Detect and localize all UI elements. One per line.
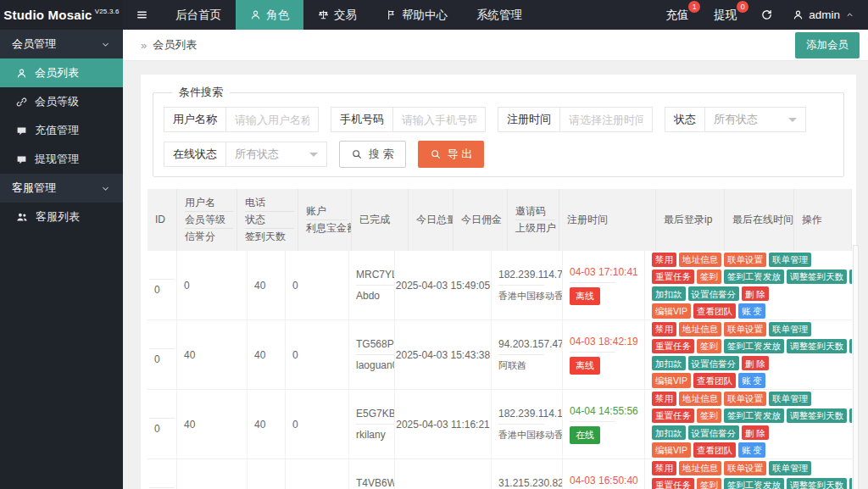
注册时间-input[interactable] [560, 108, 652, 131]
action-地址信息-button[interactable]: 地址信息 [679, 392, 721, 406]
action-调整签到天数-button[interactable]: 调整签到天数 [787, 478, 847, 489]
admin-menu[interactable]: admin [784, 8, 868, 21]
refresh-button[interactable] [749, 8, 784, 21]
action-联单设置-button[interactable]: 联单设置 [724, 253, 766, 267]
action-调整签到天数-button[interactable]: 调整签到天数 [787, 408, 847, 423]
action-签到-button[interactable]: 签到 [697, 270, 721, 284]
recharge-button[interactable]: 充值 1 [653, 0, 701, 30]
action-联单设置-button[interactable]: 联单设置 [724, 322, 766, 336]
action-地址信息-button[interactable]: 地址信息 [679, 461, 721, 475]
column-header-2: 电话状态签到天数 [237, 189, 298, 251]
register-time: 2025-04-03 11:16:21 [396, 419, 490, 431]
sidebar-item-1[interactable]: 会员列表 [0, 58, 123, 87]
nav-item-2[interactable]: 交易 [303, 0, 371, 30]
ip-location: 阿联酋 [498, 359, 562, 372]
hamburger-button[interactable] [123, 0, 161, 30]
action-设置信誉分-button[interactable]: 设置信誉分 [688, 425, 740, 440]
action-地址信息-button[interactable]: 地址信息 [679, 322, 721, 336]
field-label: 状态 [665, 108, 705, 131]
action-账变-button[interactable]: 账 变 [738, 373, 765, 387]
action-删除-button[interactable]: 删 除 [742, 425, 769, 440]
用户名称-input[interactable] [226, 108, 318, 131]
action-设置信誉分-button[interactable]: 设置信誉分 [688, 356, 740, 370]
action-签到-button[interactable]: 签到 [697, 408, 721, 423]
action-编辑VIP-button[interactable]: 编辑VIP [652, 442, 691, 457]
sidebar-item-2[interactable]: 会员等级 [0, 87, 123, 116]
action-line: 加扣款设置信誉分删 除 [652, 425, 852, 440]
nav-item-0[interactable]: 后台首页 [161, 0, 236, 30]
action-查看团队-button[interactable]: 查看团队 [693, 442, 736, 457]
action-联单管理-button[interactable]: 联单管理 [769, 392, 811, 406]
add-member-button[interactable]: 添加会员 [795, 32, 860, 58]
action-重置任务-button[interactable]: 重置任务 [652, 478, 694, 489]
table-row: 040400T4VB6Wlaoguan022025-04-03 11:06:05… [147, 459, 852, 489]
action-联单管理-button[interactable]: 联单管理 [769, 322, 811, 336]
action-编辑-button[interactable]: 编 辑 [849, 270, 852, 284]
search-field-1: 手机号码 [331, 107, 486, 132]
search-icon [430, 148, 442, 160]
action-编辑VIP-button[interactable]: 编辑VIP [652, 373, 691, 387]
action-重置任务-button[interactable]: 重置任务 [652, 270, 694, 284]
nav-item-4[interactable]: 系统管理 [462, 0, 537, 30]
cell-col4: 0 [286, 320, 349, 389]
cell-invite-code: MRC7YLAbdo [349, 251, 395, 320]
action-禁用-button[interactable]: 禁用 [652, 392, 676, 406]
action-地址信息-button[interactable]: 地址信息 [679, 253, 721, 267]
sidebar-group-0[interactable]: 会员管理 [0, 30, 123, 58]
sidebar-group-5[interactable]: 客服管理 [0, 174, 123, 203]
action-签到工资发放-button[interactable]: 签到工资发放 [724, 408, 784, 423]
action-重置任务-button[interactable]: 重置任务 [652, 339, 694, 353]
action-查看团队-button[interactable]: 查看团队 [693, 303, 736, 318]
action-加扣款-button[interactable]: 加扣款 [652, 356, 686, 370]
action-重置任务-button[interactable]: 重置任务 [652, 408, 694, 423]
action-签到-button[interactable]: 签到 [697, 339, 721, 353]
action-编辑-button[interactable]: 编 辑 [849, 408, 852, 423]
action-删除-button[interactable]: 删 除 [742, 286, 769, 301]
status-badge: 离线 [570, 357, 600, 375]
export-button[interactable]: 导 出 [418, 141, 485, 168]
action-删除-button[interactable]: 删 除 [742, 356, 769, 370]
sidebar-item-6[interactable]: 客服列表 [0, 203, 123, 231]
cell-value: 0 [292, 349, 348, 361]
cell-actions: 禁用地址信息联单设置联单管理重置任务签到签到工资发放调整签到天数编 辑加扣款设置… [645, 251, 852, 320]
状态-select[interactable]: 所有状态 [705, 108, 805, 131]
sidebar-item-4[interactable]: 提现管理 [0, 145, 123, 174]
action-编辑-button[interactable]: 编 辑 [849, 478, 852, 489]
login-ip: 94.203.157.47 [498, 338, 562, 350]
action-调整签到天数-button[interactable]: 调整签到天数 [787, 270, 847, 284]
action-查看团队-button[interactable]: 查看团队 [693, 373, 736, 387]
action-禁用-button[interactable]: 禁用 [652, 322, 676, 336]
withdraw-button[interactable]: 提现 0 [701, 0, 749, 30]
action-签到工资发放-button[interactable]: 签到工资发放 [724, 270, 784, 284]
action-加扣款-button[interactable]: 加扣款 [652, 286, 686, 301]
action-签到工资发放-button[interactable]: 签到工资发放 [724, 478, 784, 489]
cell-value: 40 [184, 419, 247, 431]
action-设置信誉分-button[interactable]: 设置信誉分 [688, 286, 740, 301]
action-签到-button[interactable]: 签到 [697, 478, 721, 489]
nav-item-3[interactable]: 帮助中心 [371, 0, 462, 30]
action-账变-button[interactable]: 账 变 [738, 442, 765, 457]
status-badge: 离线 [570, 287, 600, 305]
search-button[interactable]: 搜 索 [339, 141, 406, 168]
action-联单管理-button[interactable]: 联单管理 [769, 461, 811, 475]
nav-item-1[interactable]: 角色 [236, 0, 303, 30]
action-账变-button[interactable]: 账 变 [738, 303, 765, 318]
action-调整签到天数-button[interactable]: 调整签到天数 [787, 339, 847, 353]
在线状态-select[interactable]: 所有状态 [226, 142, 326, 166]
action-编辑VIP-button[interactable]: 编辑VIP [652, 303, 691, 318]
action-联单管理-button[interactable]: 联单管理 [769, 253, 811, 267]
table-scrollbar[interactable] [853, 245, 859, 489]
手机号码-input[interactable] [393, 108, 485, 131]
action-编辑-button[interactable]: 编 辑 [849, 339, 852, 353]
action-联单设置-button[interactable]: 联单设置 [724, 392, 766, 406]
cell-col3: 40 [248, 251, 286, 320]
cell-value: 40 [184, 349, 247, 361]
action-联单设置-button[interactable]: 联单设置 [724, 461, 766, 475]
header-line: 注册时间 [567, 212, 652, 228]
action-签到工资发放-button[interactable]: 签到工资发放 [724, 339, 784, 353]
sidebar-item-3[interactable]: 充值管理 [0, 116, 123, 145]
action-禁用-button[interactable]: 禁用 [652, 461, 676, 475]
action-加扣款-button[interactable]: 加扣款 [652, 425, 686, 440]
cell-invite-code: TG568Plaoguan02 [349, 320, 395, 389]
action-禁用-button[interactable]: 禁用 [652, 253, 676, 267]
